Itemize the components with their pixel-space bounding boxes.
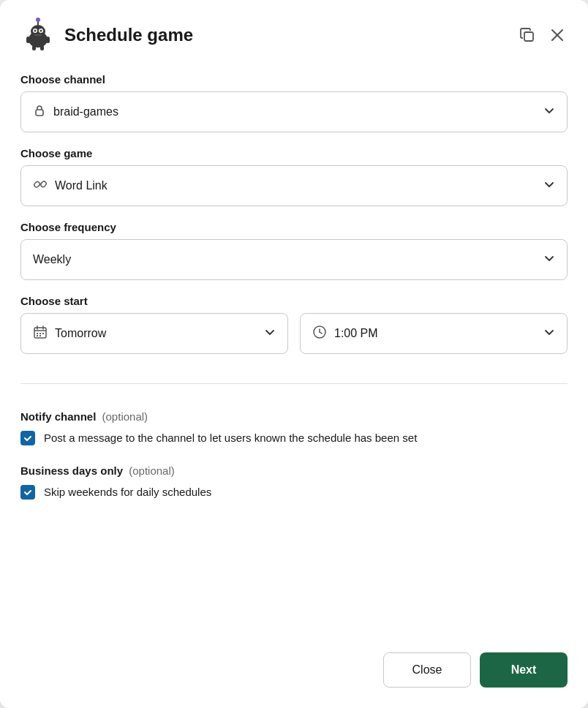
svg-rect-9: [26, 37, 30, 43]
channel-section: Choose channel braid-games: [20, 73, 568, 132]
svg-rect-13: [524, 32, 533, 41]
date-select[interactable]: Tomorrow: [20, 313, 288, 354]
notify-label: Notify channel (optional): [20, 410, 568, 423]
svg-rect-10: [46, 37, 50, 43]
business-optional: (optional): [129, 464, 175, 477]
time-chevron-icon: [543, 326, 555, 341]
channel-chevron-icon: [543, 105, 555, 119]
frequency-section: Choose frequency Weekly: [20, 221, 568, 280]
date-value: Tomorrow: [55, 327, 106, 340]
svg-point-7: [36, 18, 40, 22]
close-button[interactable]: [547, 25, 568, 45]
notify-optional: (optional): [102, 410, 148, 423]
start-row: Tomorrow: [20, 313, 568, 354]
svg-point-5: [40, 30, 42, 32]
link-icon: [33, 177, 48, 195]
schedule-game-modal: Schedule game Choose channel: [0, 0, 588, 708]
start-label: Choose start: [20, 295, 568, 307]
svg-rect-11: [32, 45, 36, 50]
frequency-select[interactable]: Weekly: [20, 239, 568, 280]
business-checkbox-text: Skip weekends for daily schedules: [44, 484, 211, 501]
business-checkbox[interactable]: [20, 485, 35, 500]
game-value: Word Link: [55, 179, 108, 192]
business-checkbox-row: Skip weekends for daily schedules: [20, 484, 568, 501]
time-value: 1:00 PM: [334, 327, 378, 340]
svg-point-1: [31, 25, 45, 38]
copy-button[interactable]: [516, 24, 538, 46]
modal-title: Schedule game: [64, 25, 193, 45]
game-section: Choose game Word Link: [20, 147, 568, 206]
notify-checkbox-row: Post a message to the channel to let use…: [20, 430, 568, 447]
channel-select[interactable]: braid-games: [20, 91, 568, 132]
close-button[interactable]: Close: [383, 652, 471, 688]
game-select[interactable]: Word Link: [20, 165, 568, 206]
svg-line-28: [320, 332, 322, 334]
frequency-value: Weekly: [33, 253, 71, 266]
svg-rect-21: [37, 333, 38, 334]
date-wrapper: Tomorrow: [20, 313, 288, 354]
divider: [20, 383, 568, 384]
svg-rect-16: [36, 110, 43, 116]
svg-point-4: [34, 30, 37, 32]
game-label: Choose game: [20, 147, 568, 159]
game-chevron-icon: [543, 178, 555, 193]
clock-icon: [312, 325, 327, 343]
app-icon: [20, 18, 56, 53]
business-section: Business days only (optional) Skip weeke…: [20, 464, 568, 504]
svg-rect-8: [34, 34, 42, 36]
notify-checkbox[interactable]: [20, 431, 35, 445]
notify-checkbox-text: Post a message to the channel to let use…: [44, 430, 417, 447]
business-label: Business days only (optional): [20, 464, 568, 477]
notify-section: Notify channel (optional) Post a message…: [20, 410, 568, 450]
time-wrapper: 1:00 PM: [300, 313, 568, 354]
svg-rect-25: [39, 335, 41, 336]
lock-icon: [33, 104, 46, 121]
header-left: Schedule game: [20, 18, 193, 53]
channel-value: braid-games: [53, 105, 118, 118]
time-select[interactable]: 1:00 PM: [300, 313, 568, 354]
date-chevron-icon: [264, 326, 276, 341]
svg-rect-24: [37, 335, 38, 336]
svg-rect-23: [42, 333, 44, 334]
next-button[interactable]: Next: [480, 652, 568, 688]
svg-rect-12: [40, 45, 44, 50]
start-section: Choose start: [20, 295, 568, 354]
calendar-icon: [33, 325, 48, 343]
frequency-label: Choose frequency: [20, 221, 568, 233]
svg-rect-22: [39, 333, 41, 334]
footer: Close Next: [20, 635, 568, 688]
modal-header: Schedule game: [20, 18, 568, 53]
frequency-chevron-icon: [543, 252, 555, 267]
header-actions: [516, 24, 568, 46]
channel-label: Choose channel: [20, 73, 568, 86]
